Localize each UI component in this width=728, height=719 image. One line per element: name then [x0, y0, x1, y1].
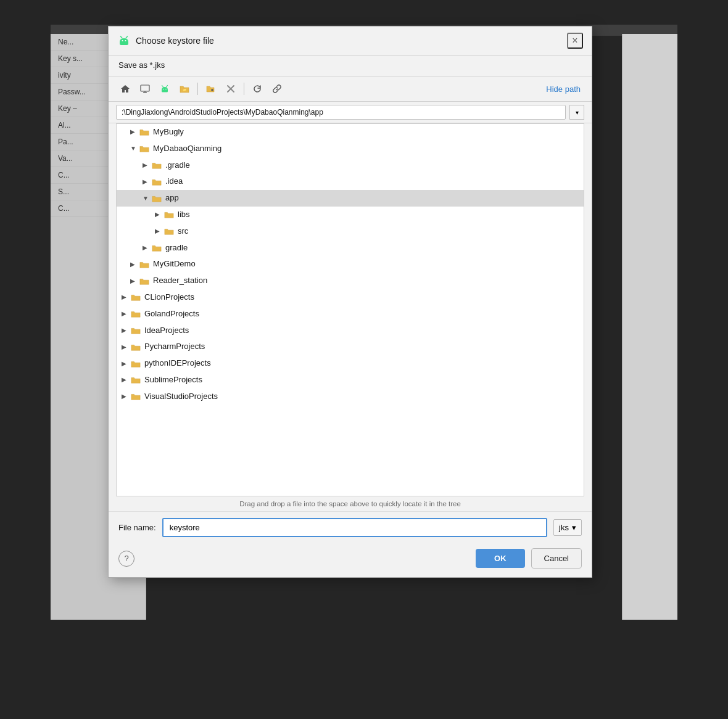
dialog-close-button[interactable]: ×: [567, 33, 583, 49]
folder-icon-idea: [151, 178, 162, 186]
desktop-button[interactable]: [136, 80, 154, 97]
tree-arrow-pycharmprojects: ▶: [122, 342, 130, 352]
save-as-label: Save as *.jks: [118, 60, 165, 70]
tree-item-clionprojects[interactable]: ▶ CLionProjects: [117, 289, 584, 306]
path-dropdown-button[interactable]: ▾: [569, 105, 584, 120]
android-toolbar-button[interactable]: [155, 80, 174, 97]
tree-arrow-libs: ▶: [155, 210, 163, 220]
tree-item-gradle2[interactable]: ▶ gradle: [117, 240, 584, 257]
folder-icon-src: [163, 227, 175, 236]
tree-arrow-mydabaoqianming: ▼: [130, 144, 139, 154]
tree-arrow-mygitdemo: ▶: [130, 260, 139, 269]
tree-item-mybugly[interactable]: ▶ MyBugly: [117, 124, 584, 141]
file-tree[interactable]: ▶ MyBugly ▼ MyDabaoQianming ▶ .gradle ▶: [116, 123, 584, 496]
folder-icon-visualstudioprojects: [130, 392, 141, 401]
tree-arrow-gradle: ▶: [143, 160, 151, 170]
tree-item-reader-station[interactable]: ▶ Reader_station: [117, 273, 584, 289]
link-button[interactable]: [268, 80, 286, 97]
home-button[interactable]: [116, 80, 134, 97]
tree-arrow-reader-station: ▶: [130, 276, 139, 286]
hide-path-button[interactable]: Hide path: [542, 82, 584, 96]
folder-icon-golandprojects: [130, 310, 141, 318]
tree-arrow-sublimeprojects: ▶: [122, 375, 130, 385]
tree-item-visualstudioprojects[interactable]: ▶ VisualStudioProjects: [117, 388, 584, 405]
tree-label-mybugly: MyBugly: [153, 126, 184, 139]
tree-item-gradle[interactable]: ▶ .gradle: [117, 157, 584, 174]
folder-icon-mybugly: [139, 128, 150, 136]
svg-line-2: [121, 36, 123, 38]
dialog-buttons: ? OK Cancel: [109, 543, 592, 577]
svg-line-3: [126, 36, 128, 38]
tree-arrow-app: ▼: [143, 194, 151, 203]
svg-point-5: [125, 40, 126, 41]
tree-arrow-clionprojects: ▶: [122, 292, 130, 302]
extension-dropdown[interactable]: jks ▾: [553, 519, 582, 536]
tree-item-mydabaoqianming[interactable]: ▼ MyDabaoQianming: [117, 141, 584, 157]
tree-item-golandprojects[interactable]: ▶ GolandProjects: [117, 306, 584, 323]
tree-label-libs: libs: [178, 208, 190, 221]
dialog-titlebar: Choose keystore file ×: [109, 27, 592, 55]
svg-text:📁: 📁: [183, 88, 187, 92]
tree-item-mygitdemo[interactable]: ▶ MyGitDemo: [117, 256, 584, 273]
folder-icon-mydabaoqianming: [139, 144, 150, 153]
tree-label-pycharmprojects: PycharmProjects: [144, 340, 205, 353]
tree-label-ideaprojects: IdeaProjects: [144, 324, 189, 337]
refresh-button[interactable]: [248, 80, 267, 97]
tree-arrow-idea: ▶: [143, 177, 151, 187]
folder-icon-app: [151, 194, 162, 203]
tree-label-golandprojects: GolandProjects: [144, 308, 199, 321]
tree-label-mydabaoqianming: MyDabaoQianming: [153, 142, 221, 155]
folder-icon-sublimeprojects: [130, 376, 141, 384]
svg-point-10: [165, 89, 167, 90]
tree-label-reader-station: Reader_station: [153, 274, 207, 287]
tree-arrow-ideaprojects: ▶: [122, 326, 130, 335]
help-button[interactable]: ?: [118, 551, 134, 567]
extension-arrow-icon: ▾: [572, 523, 576, 532]
path-input[interactable]: [116, 105, 566, 120]
tree-item-app[interactable]: ▼ app: [117, 190, 584, 207]
filename-label: File name:: [118, 523, 156, 532]
filename-input[interactable]: [162, 518, 547, 537]
dialog-title: Choose keystore file: [136, 36, 562, 46]
tree-item-pycharmprojects[interactable]: ▶ PycharmProjects: [117, 339, 584, 355]
tree-item-pythonideprojects[interactable]: ▶ pythonIDEProjects: [117, 355, 584, 372]
tree-item-sublimeprojects[interactable]: ▶ SublimeProjects: [117, 372, 584, 388]
tree-label-src: src: [178, 225, 188, 238]
ok-button[interactable]: OK: [476, 549, 525, 568]
tree-label-visualstudioprojects: VisualStudioProjects: [144, 390, 218, 403]
tree-label-clionprojects: CLionProjects: [144, 291, 194, 304]
svg-point-9: [163, 89, 164, 90]
save-as-bar: Save as *.jks: [109, 55, 592, 76]
svg-point-4: [122, 40, 123, 41]
new-folder-button[interactable]: [202, 80, 220, 97]
folder-icon-libs: [163, 210, 175, 219]
tree-arrow-gradle2: ▶: [143, 243, 151, 253]
tree-label-mygitdemo: MyGitDemo: [153, 258, 196, 271]
tree-label-gradle: .gradle: [165, 159, 190, 172]
tree-label-gradle2: gradle: [165, 242, 188, 255]
folder-icon-gradle: [151, 161, 162, 170]
cancel-button[interactable]: Cancel: [531, 548, 582, 569]
tree-label-idea: .idea: [165, 175, 183, 188]
project-button[interactable]: 📁: [175, 80, 194, 97]
tree-label-pythonideprojects: pythonIDEProjects: [144, 357, 211, 370]
folder-icon-pythonideprojects: [130, 360, 141, 368]
folder-icon-ideaprojects: [130, 326, 141, 335]
delete-button[interactable]: [221, 80, 240, 97]
android-title-icon: [117, 34, 131, 47]
tree-arrow-mybugly: ▶: [130, 127, 139, 137]
tree-arrow-pythonideprojects: ▶: [122, 359, 130, 369]
svg-rect-6: [141, 85, 149, 91]
tree-item-libs[interactable]: ▶ libs: [117, 207, 584, 223]
folder-icon-mygitdemo: [139, 260, 150, 269]
tree-label-app: app: [165, 192, 179, 205]
tree-item-idea[interactable]: ▶ .idea: [117, 173, 584, 190]
extension-value: jks: [559, 523, 569, 532]
toolbar-separator-2: [244, 83, 244, 95]
dialog-toolbar: 📁: [109, 76, 592, 102]
filename-area: File name: jks ▾: [109, 512, 592, 543]
tree-item-ideaprojects[interactable]: ▶ IdeaProjects: [117, 323, 584, 339]
tree-item-src[interactable]: ▶ src: [117, 223, 584, 240]
tree-arrow-src: ▶: [155, 226, 163, 236]
tree-label-sublimeprojects: SublimeProjects: [144, 374, 202, 387]
